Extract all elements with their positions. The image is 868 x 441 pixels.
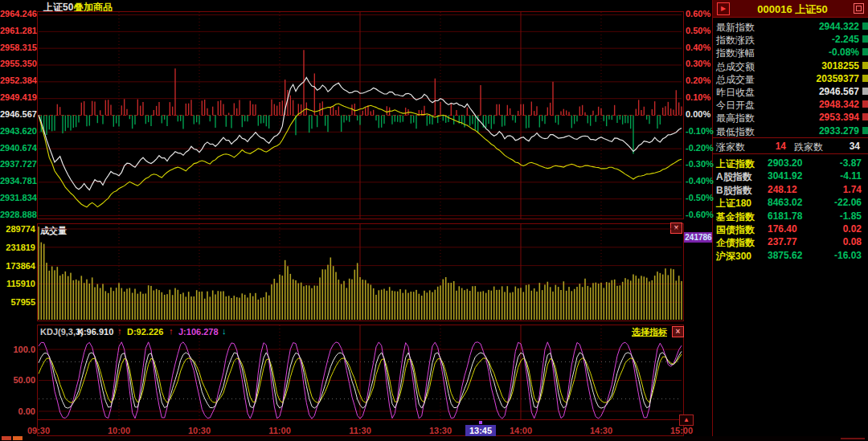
index-value: 2903.20 [768, 157, 802, 169]
stat-row[interactable]: 指数涨跌-2.245 [713, 34, 868, 47]
stat-label: 最新指数 [716, 21, 755, 35]
pct-axis-label: -0.20% [686, 143, 714, 153]
time-label: 11:00 [264, 426, 296, 435]
index-value: 8463.02 [768, 197, 802, 208]
volume-chart-svg[interactable] [38, 224, 683, 321]
index-change: 1.74 [812, 184, 862, 195]
clipped-bottom-strip [0, 436, 868, 441]
volume-axis-label: 173864 [0, 261, 35, 271]
clipped-column-fragment [862, 75, 868, 82]
pct-axis-label: 0.40% [686, 43, 710, 52]
price-axis-label: 2931.834 [0, 193, 35, 202]
clipped-column-fragment [862, 127, 868, 134]
stat-label: 总成交量 [716, 73, 755, 87]
stat-row[interactable]: 今日开盘2948.342 [713, 99, 868, 112]
intraday-chart-svg[interactable] [38, 12, 683, 218]
index-value: 248.12 [768, 184, 797, 195]
index-value: 3875.62 [768, 250, 802, 261]
time-label: 13:30 [424, 426, 457, 435]
pct-axis-label: 0.30% [686, 59, 710, 68]
divider [713, 137, 868, 138]
stat-label: 指数涨跌 [716, 34, 755, 47]
price-axis-label: 2940.674 [0, 143, 35, 153]
time-label: 10:00 [103, 426, 135, 435]
index-row[interactable]: 企债指数237.770.08 [713, 236, 868, 249]
index-change: -4.11 [812, 170, 862, 182]
time-label: 11:30 [344, 426, 376, 435]
index-row[interactable]: 沪深3003875.62-16.03 [713, 250, 868, 263]
volume-axis-label: 57955 [0, 297, 35, 307]
stat-row[interactable]: 总成交量20359377 [713, 73, 868, 86]
decliners-label: 跌家数 [794, 141, 823, 154]
quote-panel-title: 000016 上证50 [732, 2, 853, 17]
index-row[interactable]: B股指数248.121.74 [713, 184, 868, 197]
pct-axis-label: 0.50% [686, 26, 710, 35]
index-row[interactable]: 基金指数6181.78-1.85 [713, 210, 868, 223]
time-cursor-badge: 13:45 [465, 425, 496, 436]
price-axis-label: 2937.727 [0, 159, 35, 169]
index-change: 0.02 [812, 223, 862, 235]
kdj-chart-svg[interactable] [38, 325, 683, 419]
cursor-tick-icon [479, 421, 482, 424]
stock-code: 000016 [757, 3, 792, 15]
index-row[interactable]: A股指数3041.92-4.11 [713, 170, 868, 183]
stat-value: -2.245 [768, 34, 859, 45]
advancers-count: 14 [754, 141, 786, 152]
stock-trading-terminal: 上证50 叠加商品 成交量 × 241786 KDJ(9,3,3) K:96.9… [0, 0, 868, 441]
index-name: B股指数 [716, 184, 752, 198]
divider [713, 153, 868, 154]
index-name: A股指数 [716, 170, 752, 184]
price-axis-label: 2958.315 [0, 43, 35, 52]
volume-axis-label: 115910 [0, 279, 35, 288]
arrow-right-icon[interactable]: ▶ [717, 2, 730, 15]
pct-axis-label: 0.00% [686, 109, 710, 119]
pct-axis-label: 0.10% [686, 92, 710, 102]
index-change: -3.87 [812, 157, 862, 169]
index-row[interactable]: 上证1808463.02-22.06 [713, 197, 868, 210]
index-value: 237.77 [768, 236, 797, 247]
stat-label: 今日开盘 [716, 99, 755, 112]
pct-axis-label: -0.40% [686, 176, 714, 186]
stat-label: 总成交额 [716, 60, 755, 74]
index-value: 6181.78 [768, 210, 802, 222]
index-change: -16.03 [812, 250, 862, 261]
time-label: 14:30 [585, 426, 617, 435]
clipped-column-fragment [862, 22, 868, 30]
pct-axis-label: -0.30% [686, 159, 714, 169]
clipped-marks [841, 438, 865, 439]
index-change: -1.85 [812, 210, 862, 222]
advancers-label: 涨家数 [716, 141, 745, 154]
volume-axis-label: 231819 [0, 243, 35, 252]
restore-window-icon[interactable] [854, 3, 864, 14]
stat-row[interactable]: 最低指数2933.279 [713, 125, 868, 138]
stat-row[interactable]: 昨日收盘2946.567 [713, 86, 868, 99]
stat-value: 2944.322 [768, 21, 859, 32]
stat-row[interactable]: 指数涨幅-0.08% [713, 47, 868, 59]
index-name: 沪深300 [716, 250, 751, 263]
pct-axis-label: 0.60% [686, 9, 710, 18]
clipped-icon [2, 436, 11, 440]
price-axis-label: 2952.384 [0, 76, 35, 85]
price-axis-label: 2943.620 [0, 126, 35, 136]
stat-row[interactable]: 总成交额3018255 [713, 60, 868, 73]
price-axis-label: 2964.246 [0, 9, 35, 18]
price-axis-label: 2934.781 [0, 176, 35, 186]
index-row[interactable]: 上证指数2903.20-3.87 [713, 157, 868, 170]
volume-value-badge: 241786 [684, 232, 713, 243]
index-name: 国债指数 [716, 223, 755, 237]
stat-value: 2933.279 [768, 125, 859, 137]
index-row[interactable]: 国债指数176.400.02 [713, 223, 868, 236]
stat-value: 2946.567 [768, 86, 859, 97]
pct-axis-label: -0.50% [686, 193, 714, 202]
stock-name: 上证50 [795, 3, 827, 15]
clipped-column-fragment [862, 113, 868, 120]
stat-value: 3018255 [768, 60, 859, 71]
price-axis-label: 2946.567 [0, 109, 35, 119]
time-label: 15:00 [665, 426, 698, 435]
clipped-icon [13, 436, 23, 440]
index-name: 上证指数 [716, 157, 755, 171]
stat-row[interactable]: 最高指数2953.394 [713, 112, 868, 125]
price-axis-label: 2961.281 [0, 26, 35, 35]
stat-row[interactable]: 最新指数2944.322 [713, 21, 868, 34]
stat-value: 20359377 [768, 73, 859, 84]
